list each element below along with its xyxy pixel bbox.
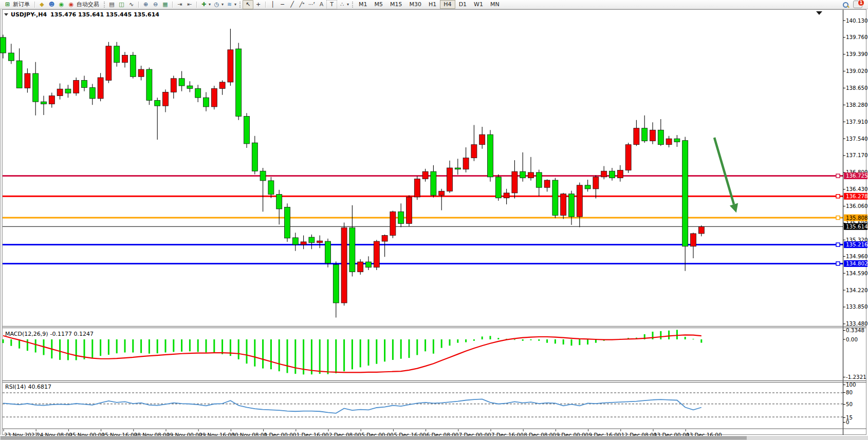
bearish-candle — [179, 79, 184, 86]
macd-axis-label: 0.00 — [846, 336, 858, 342]
timeframe-m5[interactable]: M5 — [371, 0, 387, 9]
periods-dropdown-icon[interactable]: ▾ — [221, 2, 224, 7]
macd-histogram-bar — [465, 339, 467, 342]
chart-shift-icon[interactable]: ⇤ — [184, 1, 194, 9]
bullish-candle — [171, 79, 176, 92]
bearish-candle — [114, 46, 120, 63]
macd-histogram-bar — [392, 339, 394, 360]
bullish-candle — [479, 135, 485, 145]
bullish-candle — [57, 89, 63, 95]
signal-icon[interactable]: ◉ — [57, 1, 66, 9]
auto-trading-button[interactable]: 自动交易 — [77, 1, 99, 8]
candlestick-chart-icon[interactable]: ◫ — [117, 1, 126, 9]
timeframe-m15[interactable]: M15 — [386, 0, 406, 9]
horizontal-line-tool-icon[interactable]: ─ — [278, 1, 287, 9]
bullish-candle — [463, 158, 469, 169]
channel-tool-icon[interactable]: ╱ᵉ — [297, 1, 307, 9]
tile-windows-icon[interactable]: ▦ — [160, 1, 170, 9]
shapes-tool-icon[interactable]: ∴ — [337, 1, 347, 9]
vertical-line-tool-icon[interactable]: │ — [268, 1, 278, 9]
line-handle[interactable] — [836, 243, 840, 246]
bullish-candle — [49, 96, 54, 104]
macd-histogram-bar — [279, 339, 280, 371]
macd-histogram-bar — [546, 339, 548, 343]
macd-histogram-bar — [457, 339, 458, 343]
horizontal-scrollbar-thumb[interactable] — [1, 436, 747, 440]
periods-clock-icon[interactable]: ◷ — [212, 1, 221, 9]
bearish-candle — [333, 264, 339, 303]
bullish-candle — [650, 130, 656, 141]
timeframe-m1[interactable]: M1 — [355, 0, 371, 9]
chart-area[interactable]: 140.130139.760139.390139.020138.650138.2… — [0, 0, 868, 440]
macd-histogram-bar — [384, 339, 385, 361]
macd-histogram-bar — [693, 339, 694, 339]
bullish-candle — [301, 242, 306, 244]
bullish-candle — [561, 194, 566, 216]
bullish-candle — [382, 235, 387, 241]
line-chart-icon[interactable]: ∿ — [126, 1, 136, 9]
bearish-candle — [195, 88, 201, 98]
svg-text:134.590: 134.590 — [846, 270, 868, 276]
timeframe-m30[interactable]: M30 — [406, 0, 426, 9]
shapes-dropdown-icon[interactable]: ▾ — [347, 2, 349, 7]
timeframe-h4[interactable]: H4 — [440, 0, 455, 9]
bearish-candle — [488, 135, 493, 177]
bullish-candle — [691, 234, 696, 246]
timeframe-h1[interactable]: H1 — [425, 0, 440, 9]
macd-histogram-bar — [416, 339, 418, 355]
templates-dropdown-icon[interactable]: ▾ — [234, 2, 236, 7]
trendline-tool-icon[interactable]: ╱ — [287, 1, 297, 9]
toolbar-separator — [172, 2, 173, 8]
auto-trading-icon[interactable]: ◉ — [66, 1, 76, 9]
profile-icon[interactable]: ☻ — [47, 1, 57, 9]
bearish-candle — [366, 262, 372, 267]
bearish-candle — [130, 55, 136, 77]
bullish-candle — [447, 168, 453, 191]
eraser-icon[interactable]: ◆ — [37, 1, 47, 9]
new-order-icon[interactable]: ⊞ — [3, 1, 12, 9]
bullish-candle — [73, 80, 79, 93]
macd-histogram-bar — [165, 339, 167, 353]
bearish-candle — [244, 117, 250, 144]
zoom-in-icon[interactable]: ⊕ — [141, 1, 151, 9]
indicators-dropdown-icon[interactable]: ▾ — [209, 2, 211, 7]
main-toolbar: ⊞ 新订单 ◆ ☻ ◉ ◉ 自动交易 ▤ ◫ ∿ ⊕ ⊖ ▦ ⇥ ⇤ ✚▾ ◷▾… — [0, 0, 868, 9]
macd-histogram-bar — [376, 339, 377, 364]
bullish-candle — [544, 180, 550, 187]
cursor-tool-icon[interactable]: ↖ — [243, 0, 253, 9]
timeframe-w1[interactable]: W1 — [470, 0, 487, 9]
bar-chart-icon[interactable]: ▤ — [107, 1, 117, 9]
macd-histogram-bar — [433, 339, 434, 354]
macd-histogram-bar — [579, 339, 580, 345]
macd-histogram-bar — [668, 331, 670, 339]
bearish-candle — [236, 49, 242, 116]
search-icon[interactable] — [842, 1, 849, 8]
notifications-icon[interactable]: 1 — [853, 1, 862, 8]
zoom-out-icon[interactable]: ⊖ — [151, 1, 160, 9]
templates-icon[interactable]: ≋ — [225, 1, 234, 9]
new-order-button[interactable]: 新订单 — [13, 1, 30, 8]
timeframe-d1[interactable]: D1 — [455, 0, 470, 9]
fibonacci-tool-icon[interactable]: ⋯ᶠ — [307, 1, 317, 9]
line-handle[interactable] — [836, 216, 840, 220]
auto-scroll-icon[interactable]: ⇥ — [175, 1, 184, 9]
crosshair-tool-icon[interactable]: + — [253, 1, 263, 9]
line-handle[interactable] — [836, 195, 840, 198]
bearish-candle — [682, 141, 688, 246]
indicators-icon[interactable]: ✚ — [199, 1, 209, 9]
bullish-candle — [122, 55, 128, 63]
bearish-candle — [1, 37, 6, 53]
macd-histogram-bar — [27, 339, 28, 351]
line-handle[interactable] — [836, 174, 840, 178]
rsi-axis-label: 80 — [846, 389, 853, 395]
line-handle[interactable] — [836, 262, 840, 265]
timeframe-mn[interactable]: MN — [487, 0, 503, 9]
macd-histogram-bar — [530, 339, 532, 340]
text-tool-icon[interactable]: A — [317, 1, 326, 9]
bearish-candle — [309, 237, 315, 243]
svg-text:133.480: 133.480 — [846, 320, 868, 327]
macd-histogram-bar — [157, 339, 158, 353]
text-label-tool-icon[interactable]: T — [326, 0, 337, 9]
toolbar-separator — [138, 2, 139, 8]
rsi-axis-label: 50 — [846, 401, 853, 407]
